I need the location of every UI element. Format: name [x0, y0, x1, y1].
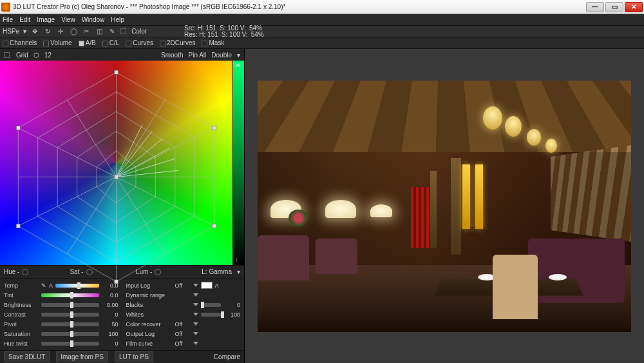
image-preview[interactable]	[245, 49, 644, 363]
slider-value: 0	[102, 311, 118, 318]
color-grid-area[interactable]: ☀ ☾	[0, 61, 244, 265]
lasso-tool-icon[interactable]: ◯	[69, 27, 78, 36]
tab-channels[interactable]: Channels	[3, 39, 37, 46]
slider-track[interactable]	[201, 313, 222, 317]
slider-track[interactable]	[41, 332, 99, 336]
smooth-button[interactable]: Smooth	[161, 52, 183, 59]
slider-track[interactable]	[41, 303, 99, 307]
grid-options-bar: Grid ⬡ 12 Smooth Pin All Double ▾	[0, 49, 244, 61]
slider-blacks[interactable]: Blacks0	[126, 300, 241, 309]
slider-label: Pivot	[4, 321, 39, 328]
slider-state: Off	[175, 340, 191, 347]
color-readout: Src: H: 151 S: 100 V: 54% Res: H: 151 S:…	[184, 25, 264, 38]
tab-cl[interactable]: C/L	[102, 39, 120, 46]
chevron-down-icon[interactable]: ▾	[23, 28, 26, 35]
luminance-slider[interactable]: ☀ ☾	[232, 61, 244, 265]
slider-whites[interactable]: Whites100	[126, 310, 241, 319]
eyedropper-icon[interactable]: ✎	[108, 27, 117, 36]
image-from-ps-button[interactable]: Image from PS	[56, 351, 108, 362]
pinall-button[interactable]: Pin All	[189, 52, 207, 59]
slider-track[interactable]	[55, 284, 99, 288]
tab-curves[interactable]: Curves	[126, 39, 153, 46]
tab-volume[interactable]: Volume	[43, 39, 71, 46]
slider-track[interactable]	[41, 322, 99, 326]
menu-help[interactable]: Help	[111, 16, 124, 23]
slider-label: Brightness	[4, 302, 39, 308]
app-icon	[1, 3, 10, 12]
svg-rect-11	[114, 70, 118, 74]
save-3dlut-button[interactable]: Save 3DLUT	[4, 351, 50, 362]
slider-dynamic-range[interactable]: Dynamic range	[126, 291, 241, 299]
sliders-panel: Temp✎A0.0Tint0.0Brightness0.00Contrast0P…	[0, 278, 244, 350]
svg-rect-17	[114, 175, 118, 179]
maximize-button[interactable]: ▭	[605, 2, 623, 12]
color-swatch-2[interactable]	[167, 27, 180, 36]
chevron-down-icon[interactable]	[193, 332, 198, 335]
move-tool-icon[interactable]: ✥	[30, 27, 39, 36]
lut-to-ps-button[interactable]: LUT to PS	[115, 351, 153, 362]
slider-track[interactable]	[41, 342, 99, 346]
menu-bar: File Edit Image View Window Help	[0, 14, 644, 26]
chevron-down-icon[interactable]	[193, 293, 198, 297]
slider-tint[interactable]: Tint0.0	[4, 291, 118, 299]
menu-file[interactable]: File	[3, 16, 13, 23]
slider-state: Off	[175, 331, 191, 337]
double-button[interactable]: Double	[211, 52, 232, 59]
hex-mesh[interactable]	[5, 66, 227, 288]
slider-color-recover[interactable]: Color recoverOff	[126, 320, 241, 328]
chevron-down-icon[interactable]	[193, 322, 198, 326]
color-checkbox[interactable]	[120, 28, 126, 34]
slider-label: Output Log	[126, 331, 173, 337]
tab-mask[interactable]: Mask	[202, 39, 224, 46]
svg-rect-14	[114, 280, 118, 284]
slider-contrast[interactable]: Contrast0	[4, 310, 118, 319]
slider-value: 50	[102, 321, 118, 328]
slider-value: 0.0	[102, 292, 118, 299]
slider-label: Saturation	[4, 331, 39, 337]
menu-image[interactable]: Image	[37, 16, 55, 23]
grid-size-value[interactable]: 12	[44, 52, 52, 59]
chevron-down-icon[interactable]	[193, 342, 198, 345]
slider-track[interactable]	[41, 293, 99, 297]
chevron-down-icon[interactable]: ▾	[237, 52, 240, 59]
slider-track[interactable]	[41, 313, 99, 317]
slider-brightness[interactable]: Brightness0.00	[4, 300, 118, 309]
slider-value: 0	[102, 340, 118, 347]
grid-shape-icon[interactable]: ⬡	[33, 52, 39, 59]
preview-photo	[258, 81, 631, 332]
slider-label: Whites	[126, 311, 173, 318]
menu-edit[interactable]: Edit	[19, 16, 30, 23]
scissors-tool-icon[interactable]: ✂	[82, 27, 91, 36]
chevron-down-icon[interactable]	[193, 313, 198, 316]
menu-view[interactable]: View	[61, 16, 75, 23]
chevron-down-icon[interactable]	[193, 303, 198, 306]
chevron-down-icon[interactable]: ▾	[237, 268, 240, 275]
tab-ab[interactable]: A/B	[79, 39, 96, 46]
slider-film-curve[interactable]: Film curveOff	[126, 339, 241, 348]
minimize-button[interactable]: —	[586, 2, 604, 12]
grid-checkbox[interactable]	[4, 52, 10, 58]
crosshair-tool-icon[interactable]: ✛	[56, 27, 65, 36]
rotate-tool-icon[interactable]: ↻	[43, 27, 52, 36]
slider-label: Color recover	[126, 321, 173, 328]
tab-2dcurves[interactable]: 2DCurves	[160, 39, 195, 46]
moon-icon: ☾	[235, 257, 241, 264]
compare-button[interactable]: Compare	[214, 353, 240, 360]
sun-icon: ☀	[235, 62, 241, 69]
slider-hue-twist[interactable]: Hue twist0	[4, 339, 118, 348]
slider-output-log[interactable]: Output LogOff	[126, 329, 241, 338]
color-swatch-1[interactable]	[151, 27, 164, 36]
slider-label: Contrast	[4, 311, 39, 318]
menu-window[interactable]: Window	[82, 16, 105, 23]
mode-dropdown[interactable]: HSPe	[3, 28, 19, 35]
slider-track[interactable]	[201, 303, 222, 307]
slider-state: Off	[175, 321, 191, 328]
svg-rect-12	[213, 126, 216, 130]
panel-tabs: Channels Volume A/B C/L Curves 2DCurves …	[0, 37, 644, 49]
slider-pivot[interactable]: Pivot50	[4, 320, 118, 328]
slider-saturation[interactable]: Saturation100	[4, 329, 118, 338]
crop-tool-icon[interactable]: ◫	[95, 27, 104, 36]
slider-value: 100	[102, 331, 118, 337]
slider-value: 0.00	[102, 302, 118, 308]
close-button[interactable]: ✕	[625, 2, 643, 12]
